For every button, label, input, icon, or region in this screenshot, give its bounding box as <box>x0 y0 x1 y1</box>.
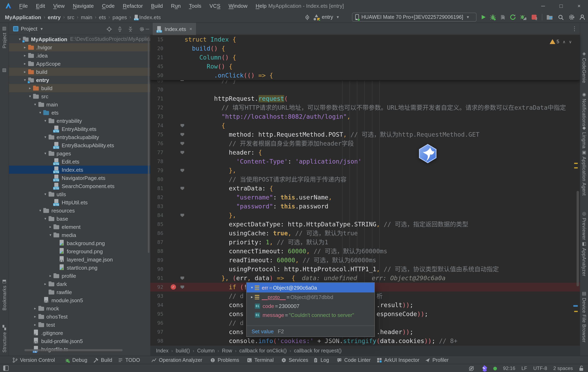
code-line-90[interactable]: 90 usingProtocol: http.HttpProtocol.HTTP… <box>150 265 580 274</box>
tree-item-test[interactable]: ▸test <box>9 321 150 329</box>
editor-breadcrumb-item[interactable]: Column <box>197 348 215 353</box>
breadcrumb-item[interactable]: ets <box>99 14 106 20</box>
tree-item-searchcomponent-ets[interactable]: ETSSearchComponent.ets <box>9 182 150 190</box>
fold-marker-icon[interactable] <box>180 214 184 217</box>
menu-run[interactable]: Run <box>168 1 184 10</box>
tool-window-button-log[interactable]: Log <box>313 356 329 364</box>
code-line-21[interactable]: 21 Column() { <box>150 53 580 62</box>
tree-item-element[interactable]: ▸element <box>9 223 150 231</box>
code-line-76[interactable]: 76 // 开发者根据自身业务需要添加header字段 <box>150 139 580 148</box>
chevron-down-icon[interactable]: ▾ <box>27 94 33 98</box>
line-number[interactable]: 73 <box>150 112 163 121</box>
menu-window[interactable]: Window <box>225 1 251 10</box>
line-number[interactable]: 79 <box>150 166 163 175</box>
chevron-down-icon[interactable]: ▾ <box>43 151 48 155</box>
code-line-77[interactable]: 77 header: { <box>150 148 580 157</box>
inspection-widget[interactable]: 5 ∧ ∨ <box>550 38 572 46</box>
tool-window-button-terminal[interactable]: Terminal <box>247 356 274 364</box>
tree-item-edit-ets[interactable]: ETSEdit.ets <box>9 157 150 166</box>
line-number[interactable]: 21 <box>150 53 163 62</box>
line-number[interactable]: 50 <box>150 71 163 80</box>
code-line-71[interactable]: 71 httpRequest.request( <box>150 94 580 103</box>
code-line-85[interactable]: 85 expectDataType: http.HttpDataType.STR… <box>150 220 580 229</box>
set-value-button[interactable]: Set value <box>252 328 273 334</box>
code-line-70[interactable]: 70 <box>150 85 580 94</box>
fold-marker-icon[interactable] <box>180 142 184 145</box>
tree-item-build[interactable]: ▸build <box>9 68 150 76</box>
code-line-79[interactable]: 79 }, <box>150 166 580 175</box>
code-line-87[interactable]: 87 priority: 1, // 可选，默认为1 <box>150 238 580 247</box>
chevron-right-icon[interactable]: ▸ <box>48 274 53 278</box>
tree-item-ohostest[interactable]: ▸ohosTest <box>9 312 150 321</box>
line-number[interactable]: 95 <box>150 310 163 319</box>
fold-marker-icon[interactable] <box>180 124 184 127</box>
unlock-icon[interactable] <box>579 365 584 371</box>
tree-item-layered-image-json[interactable]: {}layered_image.json <box>9 255 150 263</box>
line-number[interactable]: 98 <box>150 337 163 345</box>
code-line-98[interactable]: 98 console.info('cookies:' + JSON.string… <box>150 337 580 345</box>
sidebar-item-structure[interactable]: ▚ Structure <box>0 325 9 353</box>
code-line-81[interactable]: 81 extraData: { <box>150 184 580 193</box>
code-line-45[interactable]: 45 Row() { <box>150 62 580 71</box>
tree-item-main[interactable]: ▾main <box>9 100 150 109</box>
line-number[interactable]: 93 <box>150 292 163 301</box>
chevron-right-icon[interactable]: ▸ <box>22 53 28 58</box>
menu-code[interactable]: Code <box>99 1 118 10</box>
menu-file[interactable]: File <box>16 1 31 10</box>
code-line-50[interactable]: 50 .onClick(() => { <box>150 71 580 80</box>
tree-item-module-json5[interactable]: {}module.json5 <box>9 296 150 304</box>
tree-item-entryability-ets[interactable]: ETSEntryAbility.ets <box>9 125 150 133</box>
code-fragment-line-93[interactable]: 析 <box>377 292 383 301</box>
variable-row-err[interactable]: ▾err = Object@290c6a0a <box>247 283 374 292</box>
chevron-down-icon[interactable]: ▾ <box>17 37 22 41</box>
highlighting-off-icon[interactable] <box>468 365 474 371</box>
line-number[interactable]: 80 <box>150 175 163 184</box>
chevron-down-icon[interactable]: ▾ <box>38 111 43 115</box>
project-structure-button[interactable] <box>546 13 554 21</box>
fold-marker-icon[interactable] <box>180 286 184 289</box>
tool-window-button-code-linter[interactable]: Code Linter <box>336 356 371 364</box>
chevron-right-icon[interactable]: ▸ <box>32 314 38 319</box>
code-fragment-line-95[interactable]: esponseCode)); <box>377 310 428 319</box>
locate-file-button[interactable] <box>105 26 113 32</box>
line-number[interactable]: 72 <box>150 103 163 112</box>
breadcrumb-item[interactable]: MyApplication <box>5 14 41 20</box>
line-number[interactable]: 78 <box>150 157 163 166</box>
tree-item-background-png[interactable]: background.png <box>9 239 150 247</box>
chevron-icon[interactable]: ▾ <box>249 286 255 290</box>
breadcrumb-item[interactable]: pages <box>113 14 127 20</box>
next-warning-icon[interactable]: ∨ <box>569 39 572 44</box>
run-with-coverage-icon[interactable] <box>499 13 507 21</box>
code-fragment-line-97[interactable]: .header)); <box>377 328 413 337</box>
chevron-down-icon[interactable]: ▾ <box>43 135 48 139</box>
tree-item--hvigor[interactable]: ▸.hvigor <box>9 43 150 51</box>
line-number[interactable]: 84 <box>150 211 163 220</box>
tree-item-mock[interactable]: ▸mock <box>9 304 150 312</box>
breadcrumb-item[interactable]: src <box>67 14 74 20</box>
code-line-86[interactable]: 86 usingCache: true, // 可选，默认为true <box>150 229 580 238</box>
tree-item--idea[interactable]: ▸.idea <box>9 51 150 60</box>
editor-scrollbar[interactable] <box>577 191 579 286</box>
chevron-down-icon[interactable]: ▾ <box>32 102 38 106</box>
tree-item-base[interactable]: ▾base <box>9 215 150 223</box>
code-line-75[interactable]: 75 method: http.RequestMethod.POST, // 可… <box>150 130 580 139</box>
tree-horizontal-scrollbar[interactable] <box>24 349 123 351</box>
menu-tools[interactable]: Tools <box>186 1 205 10</box>
code-line-78[interactable]: 78 'Content-Type': 'application/json' <box>150 157 580 166</box>
code-line-89[interactable]: 89 readTimeout: 60000, // 可选，默认为60000ms <box>150 256 580 265</box>
warning-stripe-mark[interactable] <box>574 311 578 312</box>
tree-item-profile[interactable]: ▸profile <box>9 272 150 280</box>
chevron-right-icon[interactable]: ▸ <box>22 61 28 66</box>
code-line-74[interactable]: 74 { <box>150 121 580 130</box>
menu-help[interactable]: Help <box>252 1 270 10</box>
tree-item-rawfile[interactable]: rawfile <box>9 288 150 296</box>
file-encoding[interactable]: UTF-8 <box>533 365 547 371</box>
fold-marker-icon[interactable] <box>180 133 184 136</box>
run-button[interactable] <box>479 13 488 21</box>
tool-window-button-build[interactable]: Build <box>93 356 112 364</box>
tool-window-button-profiler[interactable]: Profiler <box>425 356 449 364</box>
line-number[interactable]: 85 <box>150 220 163 229</box>
line-number[interactable]: 77 <box>150 148 163 157</box>
rerun-button[interactable] <box>509 13 517 21</box>
breadcrumb-item[interactable]: Index.ets <box>139 14 161 20</box>
